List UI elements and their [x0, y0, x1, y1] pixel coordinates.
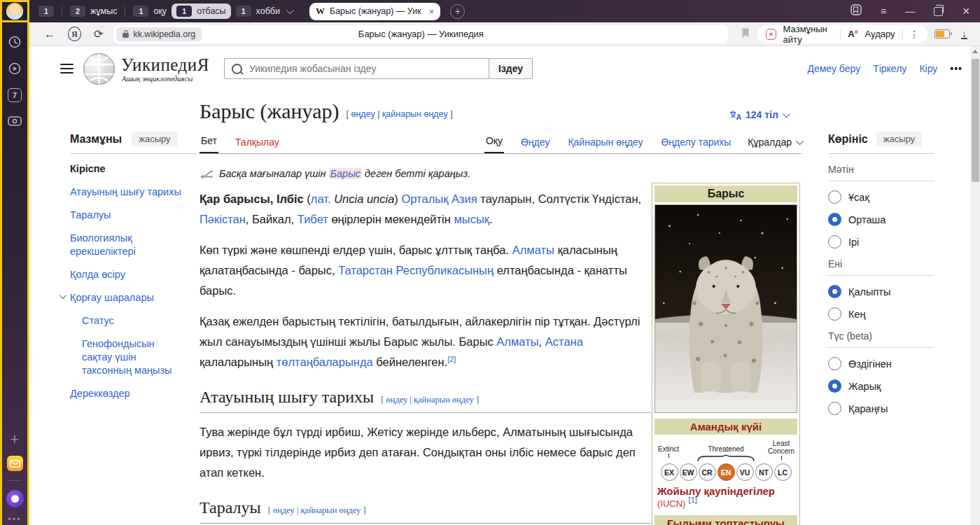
screenshot-icon[interactable]: [7, 115, 22, 127]
translate-button[interactable]: Аудару: [865, 29, 895, 39]
donate-link[interactable]: Демеу беру: [807, 63, 860, 74]
tab-page[interactable]: Бет: [200, 135, 218, 153]
toc-item[interactable]: Биологиялық ерекшеліктері: [70, 232, 196, 258]
radio-label: Қараңғы: [848, 403, 888, 414]
toc-item[interactable]: Таралуы: [70, 209, 196, 222]
read-aloud-icon: «: [766, 29, 776, 40]
active-tab[interactable]: W Барыс (жануар) — Уик ×: [309, 3, 440, 20]
radio-option[interactable]: Қалыпты: [828, 285, 934, 298]
search-input[interactable]: [248, 62, 489, 75]
browser-window: 7 + ••• 1 2 жұмыс 1 оқу: [0, 0, 980, 525]
tab-group-chip-work[interactable]: 2 жұмыс: [65, 4, 122, 19]
wiki-menu-icon[interactable]: [60, 64, 74, 74]
site-identity-chip[interactable]: kk.wikipedia.org: [116, 27, 202, 41]
url-bar[interactable]: kk.wikipedia.org Барыс (жануар) — Уикипе…: [113, 25, 728, 43]
species-infobox: Барыс: [652, 183, 800, 525]
history-icon[interactable]: [8, 35, 22, 49]
scrollbar-up-arrow[interactable]: [972, 50, 978, 53]
tab-group-chip-study[interactable]: 1 оқу: [128, 4, 172, 19]
radio-icon[interactable]: [828, 307, 841, 321]
url-bar-page-title: Барыс (жануар) — Уикипедия: [113, 29, 728, 39]
radio-option[interactable]: Ірі: [828, 235, 934, 248]
yandex-services-icon[interactable]: Я: [68, 27, 81, 41]
tab-edit[interactable]: Өңдеу: [519, 136, 551, 153]
svg-text:A: A: [736, 113, 742, 120]
radio-icon[interactable]: [828, 190, 841, 204]
login-link[interactable]: Кіру: [919, 63, 937, 74]
tab-group-count: 1: [176, 6, 192, 17]
toc-subitem[interactable]: Генофондысын сақтау үшін таксонның маңыз…: [82, 337, 187, 377]
radio-option[interactable]: Жарық: [828, 379, 934, 393]
tabs-counter-icon[interactable]: 7: [8, 88, 22, 102]
snow-leopard-photo[interactable]: [654, 204, 797, 413]
toc-item-expandable[interactable]: Қорғау шаралары: [70, 291, 196, 304]
radio-icon[interactable]: [828, 213, 841, 226]
tab-tools[interactable]: Құралдар: [748, 136, 802, 153]
video-icon[interactable]: [8, 62, 22, 76]
wikipedia-logo-icon[interactable]: [83, 52, 115, 85]
user-menu-dots-icon[interactable]: •••: [950, 63, 962, 74]
tab-edit-source[interactable]: Қайнарын өңдеу: [566, 136, 644, 153]
tab-panel-icon[interactable]: [850, 4, 862, 18]
rail-more-icon[interactable]: •••: [8, 517, 22, 522]
back-icon[interactable]: ←: [44, 28, 55, 41]
more-actions-icon[interactable]: ⋮: [909, 29, 919, 40]
toc-subitem[interactable]: Статус: [82, 314, 187, 328]
bookmark-icon[interactable]: [741, 27, 750, 41]
radio-icon[interactable]: [828, 235, 841, 248]
toc-item[interactable]: Қолда өсіру: [70, 268, 196, 281]
tab-group-chip[interactable]: 1: [34, 4, 59, 19]
search-box[interactable]: [224, 58, 489, 79]
close-button[interactable]: ✕: [962, 6, 970, 16]
section-edit-links[interactable]: [ өңдеу | қайнарын өңдеу ]: [268, 505, 366, 520]
chevron-down-icon: [796, 137, 804, 145]
appearance-title: Көрініс: [828, 133, 868, 146]
radio-option[interactable]: Қараңғы: [828, 402, 934, 415]
tab-talk[interactable]: Талқылау: [234, 136, 281, 153]
tab-group-chip-hobby[interactable]: 1 хобби: [231, 4, 297, 19]
radio-option[interactable]: Ұсақ: [828, 190, 934, 204]
alice-assistant-icon[interactable]: [6, 490, 24, 507]
profile-avatar-box[interactable]: [2, 0, 27, 22]
tab-history[interactable]: Өңделу тарихы: [659, 136, 732, 153]
browser-menu-icon[interactable]: ≡: [881, 6, 886, 16]
add-panel-icon[interactable]: +: [10, 433, 20, 447]
download-icon[interactable]: ↓: [961, 29, 967, 39]
toc-item[interactable]: Атауының шығу тарихы: [70, 186, 196, 199]
tab-close-icon[interactable]: ×: [429, 6, 435, 17]
radio-icon[interactable]: [828, 357, 841, 370]
toc-expand-icon[interactable]: [59, 292, 66, 299]
scrollbar-thumb[interactable]: [972, 59, 979, 182]
radio-option[interactable]: Кең: [828, 307, 934, 321]
new-tab-button[interactable]: +: [450, 4, 465, 19]
wiki-wordmark[interactable]: УикипедиЯ: [121, 55, 209, 75]
minimize-button[interactable]: —: [905, 6, 915, 16]
status-circle: VU: [736, 463, 754, 481]
appearance-hide-button[interactable]: жасыру: [876, 132, 922, 146]
language-selector[interactable]: A 124 тіл: [729, 109, 788, 120]
wikipedia-favicon: W: [316, 6, 325, 17]
profile-avatar-icon: [6, 3, 23, 20]
radio-option[interactable]: Өздігінен: [828, 357, 934, 370]
tab-group-chip-family[interactable]: 1 отбасы: [172, 4, 230, 19]
register-link[interactable]: Тіркелу: [873, 63, 906, 74]
toc-hide-button[interactable]: жасыру: [132, 132, 177, 146]
restore-button[interactable]: [934, 7, 943, 16]
read-aloud-button[interactable]: Мазмұнын айту: [783, 24, 834, 45]
radio-icon[interactable]: [828, 402, 841, 415]
toc-item[interactable]: Дереккөздер: [70, 387, 196, 400]
radio-icon[interactable]: [828, 285, 841, 298]
page-scrollbar[interactable]: [970, 46, 980, 525]
toc-item-intro[interactable]: Кіріспе: [70, 162, 196, 176]
section-heading: Атауының шығу тарихы [ өңдеу | қайнарын …: [200, 388, 651, 413]
color-section-label: Түс (beta): [828, 330, 934, 348]
search-button[interactable]: Іздеу: [489, 58, 533, 79]
tab-read[interactable]: Оқу: [484, 135, 504, 153]
radio-option[interactable]: Орташа: [828, 213, 934, 226]
title-edit-links[interactable]: [ өңдеу | қайнарын өңдеу ]: [346, 109, 453, 123]
radio-icon[interactable]: [828, 379, 841, 393]
refresh-icon[interactable]: ⟳: [94, 27, 103, 41]
status-text[interactable]: Жойылу қаупіндегілер (IUCN) [1]: [654, 484, 797, 512]
yandex-mail-icon[interactable]: [7, 456, 23, 471]
section-edit-links[interactable]: [ өңдеу | қайнарын өңдеу ]: [381, 395, 479, 410]
